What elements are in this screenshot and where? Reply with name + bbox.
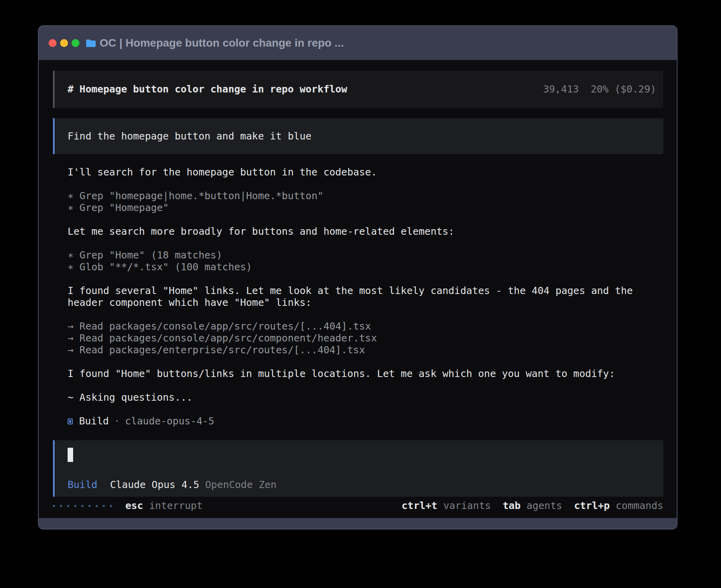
transcript-line: ∗ Grep "homepage|home.*button|Home.*butt…	[53, 190, 663, 202]
folder-icon	[86, 39, 96, 47]
transcript-line: I found "Home" buttons/links in multiple…	[53, 368, 663, 380]
terminal-viewport: # Homepage button color change in repo w…	[39, 60, 677, 518]
status-bar: esc interrupt ctrl+t variants tab agents…	[53, 500, 663, 512]
esc-key-hint: esc	[125, 500, 143, 512]
agent-model: claude-opus-4-5	[125, 415, 214, 427]
agent-name: Build	[79, 415, 109, 427]
transcript-line: → Read packages/enterprise/src/routes/[.…	[53, 344, 663, 356]
input-model: Claude Opus 4.5	[110, 479, 199, 491]
hint-key: tab	[503, 500, 521, 512]
prompt-input[interactable]: Build Claude Opus 4.5 OpenCode Zen	[53, 440, 663, 497]
transcript-line: → Read packages/console/app/src/routes/[…	[53, 320, 663, 332]
keyboard-hint: ctrl+t variants	[402, 500, 491, 512]
agent-build-icon	[68, 418, 73, 424]
transcript-line	[53, 214, 663, 226]
transcript-line: → Read packages/console/app/src/componen…	[53, 332, 663, 344]
input-status-row: Build Claude Opus 4.5 OpenCode Zen	[68, 479, 663, 491]
keyboard-hint: tab agents	[503, 500, 562, 512]
terminal-window: OC | Homepage button color change in rep…	[38, 25, 678, 530]
window-title: OC | Homepage button color change in rep…	[100, 37, 344, 49]
transcript-line: I found several "Home" links. Let me loo…	[53, 285, 663, 297]
titlebar: OC | Homepage button color change in rep…	[39, 26, 677, 60]
input-mode: Build	[68, 479, 97, 491]
hint-key: ctrl+t	[402, 500, 437, 512]
session-header: # Homepage button color change in repo w…	[53, 71, 663, 108]
status-bar-right: ctrl+t variants tab agents ctrl+p comman…	[402, 500, 663, 512]
transcript-line: header component which have "Home" links…	[53, 297, 663, 309]
transcript-line: ∗ Grep "Home" (18 matches)	[53, 249, 663, 261]
status-bar-left: esc interrupt	[53, 500, 203, 512]
hint-key: ctrl+p	[574, 500, 610, 512]
transcript: I'll search for the homepage button in t…	[53, 166, 663, 415]
text-cursor	[68, 448, 73, 462]
hint-label: variants	[443, 500, 491, 512]
transcript-line: ∗ Glob "**/*.tsx" (100 matches)	[53, 261, 663, 273]
transcript-line	[53, 380, 663, 392]
agent-status: Build · claude-opus-4-5	[53, 415, 663, 427]
user-message-text: Find the homepage button and make it blu…	[68, 130, 311, 142]
spinner-dots-icon	[53, 505, 112, 507]
esc-key-label: interrupt	[149, 500, 202, 512]
transcript-line	[53, 178, 663, 190]
transcript-line	[53, 273, 663, 285]
zoom-button[interactable]	[72, 39, 79, 47]
transcript-line: Let me search more broadly for buttons a…	[53, 226, 663, 237]
keyboard-hint: ctrl+p commands	[574, 500, 663, 512]
session-stats: 39,413 20% ($0.29)	[543, 83, 656, 95]
minimize-button[interactable]	[60, 39, 68, 47]
user-message: Find the homepage button and make it blu…	[53, 118, 663, 154]
hint-label: agents	[527, 500, 562, 512]
close-button[interactable]	[49, 39, 57, 47]
transcript-line	[53, 309, 663, 320]
transcript-line: I'll search for the homepage button in t…	[53, 166, 663, 178]
transcript-line: ∗ Grep "Homepage"	[53, 202, 663, 214]
transcript-line	[53, 237, 663, 249]
input-provider: OpenCode Zen	[205, 479, 277, 491]
traffic-lights	[49, 39, 79, 47]
agent-separator: ·	[114, 415, 120, 427]
session-title: # Homepage button color change in repo w…	[68, 83, 347, 95]
transcript-line	[53, 403, 663, 415]
transcript-line: ~ Asking questions...	[53, 392, 663, 403]
transcript-line	[53, 356, 663, 368]
hint-label: commands	[616, 500, 663, 512]
